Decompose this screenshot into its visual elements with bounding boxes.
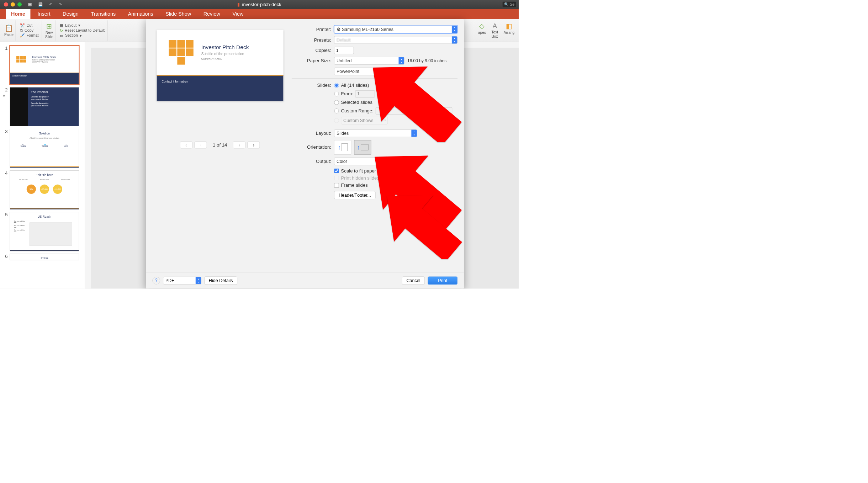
slides-custom-shows-radio	[334, 118, 339, 123]
output-label: Output:	[292, 159, 334, 164]
section-icon: ▭	[60, 33, 63, 38]
thumb-number: 6	[2, 254, 7, 260]
thumb-number: 4	[2, 170, 7, 209]
star-icon: ★	[2, 94, 7, 97]
titlebar: ▤ 💾 ↶ ↷ ▮ investor-pitch-deck 🔍 Se	[0, 0, 519, 9]
layout-label: Layout:	[292, 131, 334, 136]
next-page-button[interactable]: ⟩	[233, 142, 245, 148]
sidebar-toggle-icon[interactable]: ▤	[28, 2, 32, 7]
dialog-footer: ? PDF Hide Details Cancel Print	[146, 272, 464, 289]
tab-review[interactable]: Review	[198, 9, 225, 19]
chevron-down-icon: ▾	[80, 33, 81, 38]
new-slide-icon[interactable]: ⊞	[46, 22, 52, 30]
minimize-window-button[interactable]	[11, 2, 15, 7]
thumb-number: 3	[2, 129, 7, 168]
undo-icon[interactable]: ↶	[49, 2, 52, 7]
slide-thumbnails-panel: 1 Investor Pitch DeckSubtitle of the pre…	[0, 42, 85, 288]
shapes-icon[interactable]: ◇	[479, 22, 485, 30]
print-button[interactable]: Print	[428, 276, 457, 285]
reset-layout-button[interactable]: ↻Reset Layout to Default	[60, 28, 105, 33]
from-label: From:	[341, 91, 353, 97]
shapes-button[interactable]: apes	[478, 31, 486, 35]
tab-slideshow[interactable]: Slide Show	[160, 9, 196, 19]
layout-button[interactable]: ▦Layout▾	[60, 23, 105, 28]
window-controls	[0, 2, 22, 7]
close-window-button[interactable]	[4, 2, 8, 7]
help-button[interactable]: ?	[152, 277, 160, 285]
copies-input[interactable]	[334, 47, 354, 54]
preview-slide: Investor Pitch DeckSubtitle of the prese…	[157, 30, 283, 101]
pdf-menu[interactable]: PDF	[163, 277, 201, 285]
slides-from-radio[interactable]	[334, 92, 339, 96]
search-box[interactable]: 🔍 Se	[503, 2, 516, 7]
tab-transitions[interactable]: Transitions	[86, 9, 121, 19]
slides-selected-radio[interactable]	[334, 100, 339, 105]
window-title: ▮ investor-pitch-deck	[237, 2, 281, 7]
presets-select[interactable]: Default	[334, 36, 457, 44]
prev-page-button[interactable]: ⟨	[195, 142, 207, 148]
last-page-button[interactable]: ⟫	[248, 142, 260, 148]
copy-button[interactable]: ⧉Copy	[20, 28, 38, 33]
arrange-button[interactable]: Arrang	[504, 31, 514, 35]
first-page-button[interactable]: ⟪	[180, 142, 192, 148]
thumb-number: 2	[2, 87, 7, 93]
tab-design[interactable]: Design	[58, 9, 84, 19]
format-painter-icon: 🖌️	[20, 33, 25, 38]
layout-icon: ▦	[60, 23, 63, 28]
scale-to-fit-checkbox[interactable]	[334, 169, 339, 173]
tab-view[interactable]: View	[227, 9, 249, 19]
slides-custom-range-radio[interactable]	[334, 108, 339, 113]
slide-thumbnail-6[interactable]: Press	[10, 254, 79, 260]
presets-label: Presets:	[292, 37, 334, 43]
printer-label: Printer:	[292, 27, 334, 32]
page-indicator: 1 of 14	[213, 142, 227, 148]
reset-icon: ↻	[60, 28, 63, 33]
frame-slides-checkbox[interactable]	[334, 183, 339, 188]
slide-thumbnail-4[interactable]: Edit title here Edit text hereEdit text …	[10, 170, 79, 209]
copies-label: Copies:	[292, 48, 334, 53]
format-painter-button[interactable]: 🖌️Format	[20, 33, 38, 38]
tab-animations[interactable]: Animations	[123, 9, 158, 19]
orientation-label: Orientation:	[292, 144, 334, 150]
maximize-window-button[interactable]	[17, 2, 22, 7]
svg-marker-2	[377, 189, 464, 259]
arrange-icon[interactable]: ◧	[506, 22, 512, 30]
paste-icon[interactable]: 📋	[5, 24, 13, 32]
tab-home[interactable]: Home	[6, 9, 31, 19]
annotation-arrow	[361, 59, 464, 142]
slide-thumbnail-3[interactable]: SolutionA brief line describing your sol…	[10, 129, 79, 168]
print-hidden-checkbox	[334, 176, 339, 180]
print-preview-pane: Investor Pitch DeckSubtitle of the prese…	[152, 26, 287, 272]
textbox-icon[interactable]: A	[492, 22, 497, 30]
svg-marker-0	[361, 59, 464, 142]
cancel-button[interactable]: Cancel	[402, 276, 425, 285]
section-button[interactable]: ▭Section▾	[60, 33, 105, 38]
printer-select[interactable]: ⚙︎Samsung ML-2160 Series	[334, 26, 457, 33]
slides-label: Slides:	[292, 83, 334, 88]
new-slide-button[interactable]: New Slide	[45, 31, 53, 39]
preview-navigation: ⟪ ⟨ 1 of 14 ⟩ ⟫	[180, 142, 260, 148]
textbox-button[interactable]: Text Box	[492, 30, 498, 39]
slide-thumbnail-2[interactable]: The ProblemDescribe the problemyou can e…	[10, 87, 79, 126]
chevron-down-icon: ▾	[78, 23, 80, 28]
powerpoint-file-icon: ▮	[237, 2, 240, 7]
redo-icon[interactable]: ↷	[59, 2, 62, 7]
cut-button[interactable]: ✂️Cut	[20, 23, 38, 28]
annotation-arrow	[377, 189, 464, 259]
slides-all-radio[interactable]	[334, 83, 339, 88]
thumb-number: 1	[2, 46, 7, 85]
print-dialog: Investor Pitch DeckSubtitle of the prese…	[146, 19, 464, 289]
slide-thumbnail-5[interactable]: US Reach You can edit this textYou can e…	[10, 212, 79, 251]
save-icon[interactable]: 💾	[38, 2, 43, 7]
ribbon-tabs: Home Insert Design Transitions Animation…	[0, 9, 519, 19]
paper-size-label: Paper Size:	[292, 58, 334, 64]
search-icon: 🔍	[504, 2, 509, 7]
copy-icon: ⧉	[20, 28, 23, 33]
hide-details-button[interactable]: Hide Details	[204, 276, 237, 285]
slide-thumbnail-1[interactable]: Investor Pitch DeckSubtitle of the prese…	[10, 46, 79, 85]
paste-button[interactable]: Paste	[4, 33, 14, 37]
thumb-number: 5	[2, 212, 7, 251]
vertical-ruler	[85, 42, 91, 288]
tab-insert[interactable]: Insert	[32, 9, 55, 19]
orientation-portrait-button[interactable]: ↑	[334, 140, 351, 155]
